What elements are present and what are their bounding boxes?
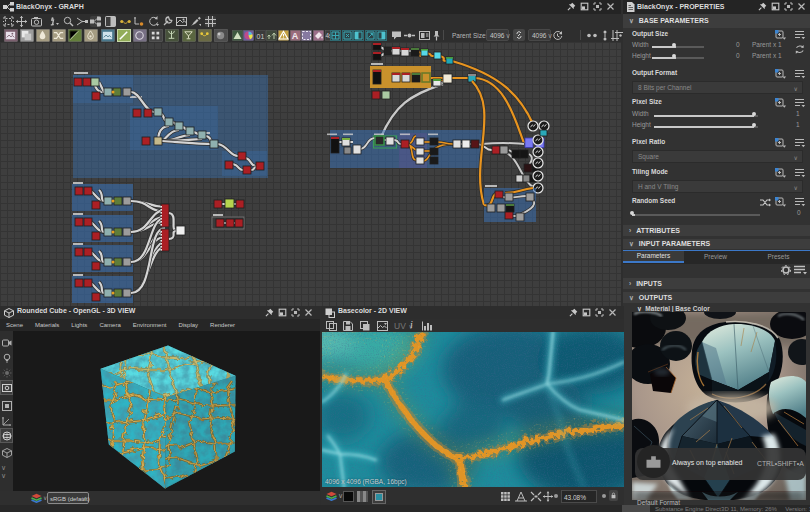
svg-text:A: A bbox=[292, 31, 299, 41]
svg-text:01: 01 bbox=[257, 32, 265, 39]
